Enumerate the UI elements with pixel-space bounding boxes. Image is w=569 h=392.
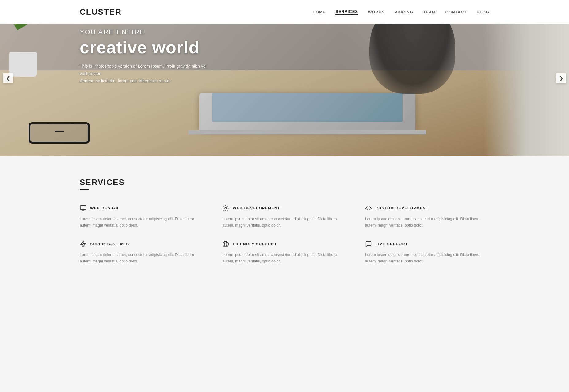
service-fast-web: SUPER FAST WEB Lorem ipsum dolor sit ame… (80, 241, 204, 264)
svg-marker-4 (81, 241, 86, 247)
nav-works[interactable]: WORKS (368, 10, 385, 14)
services-title: SERVICES (80, 178, 489, 187)
svg-rect-0 (80, 206, 86, 210)
chevron-left-icon: ❮ (6, 75, 10, 81)
nav-services[interactable]: SERVICES (335, 9, 358, 15)
support-label: FRIENDLY SUPPORT (233, 242, 277, 246)
site-header: CLUSTER HOME SERVICES WORKS PRICING TEAM… (0, 0, 569, 24)
service-fast-web-header: SUPER FAST WEB (80, 241, 204, 247)
hero-subtitle: YOU ARE ENTIRE (80, 28, 212, 36)
site-logo: CLUSTER (80, 7, 122, 17)
monitor-icon (80, 205, 86, 212)
web-dev-desc: Lorem ipsum dolor sit amet, consectetur … (222, 216, 346, 228)
glasses (29, 122, 90, 144)
web-dev-label: WEB DEVELOPEMENT (233, 206, 280, 210)
services-section: SERVICES WEB DESIGN Lorem ipsum dolor si… (0, 156, 569, 289)
service-web-design: WEB DESIGN Lorem ipsum dolor sit amet, c… (80, 205, 204, 228)
web-design-label: WEB DESIGN (90, 206, 118, 210)
service-support: FRIENDLY SUPPORT Lorem ipsum dolor sit a… (222, 241, 346, 264)
plant-pot (9, 52, 37, 77)
hero-text: YOU ARE ENTIRE creative world This is Ph… (80, 28, 212, 85)
live-support-label: LIVE SUPPORT (376, 242, 408, 246)
web-design-desc: Lorem ipsum dolor sit amet, consectetur … (80, 216, 204, 228)
service-web-dev-header: WEB DEVELOPEMENT (222, 205, 346, 212)
support-desc: Lorem ipsum dolor sit amet, consectetur … (222, 252, 346, 264)
fast-web-label: SUPER FAST WEB (90, 242, 129, 246)
custom-dev-desc: Lorem ipsum dolor sit amet, consectetur … (365, 216, 489, 228)
laptop-base (188, 130, 426, 134)
hero-title: creative world (80, 38, 212, 57)
service-web-design-header: WEB DESIGN (80, 205, 204, 212)
globe-icon (222, 241, 229, 247)
hero-next-button[interactable]: ❯ (556, 73, 566, 83)
custom-dev-label: CUSTOM DEVELOPMENT (376, 206, 429, 210)
laptop-body (199, 93, 415, 130)
chat-icon (365, 241, 372, 247)
nav-pricing[interactable]: PRICING (395, 10, 413, 14)
hero-description: This is Photoshop's version of Lorem Ips… (80, 63, 212, 85)
service-web-dev: WEB DEVELOPEMENT Lorem ipsum dolor sit a… (222, 205, 346, 228)
fast-web-desc: Lorem ipsum dolor sit amet, consectetur … (80, 252, 204, 264)
service-custom-dev: CUSTOM DEVELOPMENT Lorem ipsum dolor sit… (365, 205, 489, 228)
hero-desc-line2: Aenean sollicitudin, lorem quis bibendum… (80, 78, 172, 83)
live-support-desc: Lorem ipsum dolor sit amet, consectetur … (365, 252, 489, 264)
glasses-frame (29, 122, 90, 144)
nav-team[interactable]: TEAM (423, 10, 436, 14)
svg-point-3 (225, 207, 227, 209)
chevron-right-icon: ❯ (559, 75, 563, 81)
glasses-bridge (55, 131, 64, 132)
laptop-screen (212, 93, 403, 122)
nav-blog[interactable]: BLOG (476, 10, 489, 14)
service-custom-dev-header: CUSTOM DEVELOPMENT (365, 205, 489, 212)
services-grid: WEB DESIGN Lorem ipsum dolor sit amet, c… (80, 205, 489, 265)
service-live-support-header: LIVE SUPPORT (365, 241, 489, 247)
nav-contact[interactable]: CONTACT (445, 10, 467, 14)
code-icon (365, 205, 372, 212)
nav-home[interactable]: HOME (312, 10, 326, 14)
gear-icon (222, 205, 229, 212)
laptop (199, 84, 415, 128)
lightning-icon (80, 241, 86, 247)
service-support-header: FRIENDLY SUPPORT (222, 241, 346, 247)
hero-desc-line1: This is Photoshop's version of Lorem Ips… (80, 64, 207, 76)
service-live-support: LIVE SUPPORT Lorem ipsum dolor sit amet,… (365, 241, 489, 264)
hero-prev-button[interactable]: ❮ (3, 73, 13, 83)
main-nav: HOME SERVICES WORKS PRICING TEAM CONTACT… (312, 9, 489, 15)
section-underline (80, 189, 89, 190)
